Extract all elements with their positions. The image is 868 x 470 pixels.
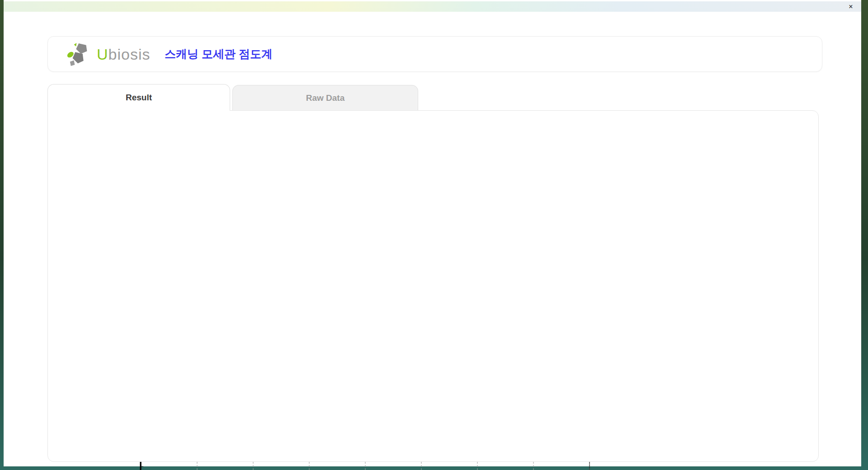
- app-window: × Ubiosis 스캐닝 모세관 점도계 Result Raw Data: [4, 0, 861, 466]
- result-tab-panel: [47, 110, 819, 462]
- logo: Ubiosis: [67, 42, 151, 66]
- close-icon[interactable]: ×: [846, 2, 856, 12]
- app-title: 스캐닝 모세관 점도계: [165, 47, 273, 61]
- window-titlebar: ×: [4, 1, 861, 12]
- logo-text-rest: biosis: [108, 46, 151, 63]
- tab-raw-data[interactable]: Raw Data: [232, 85, 418, 111]
- header-card: Ubiosis 스캐닝 모세관 점도계: [47, 36, 822, 72]
- ubiosis-logo-icon: [67, 42, 93, 66]
- logo-text: Ubiosis: [97, 46, 151, 63]
- logo-text-u: U: [97, 46, 108, 63]
- tab-result[interactable]: Result: [47, 84, 230, 111]
